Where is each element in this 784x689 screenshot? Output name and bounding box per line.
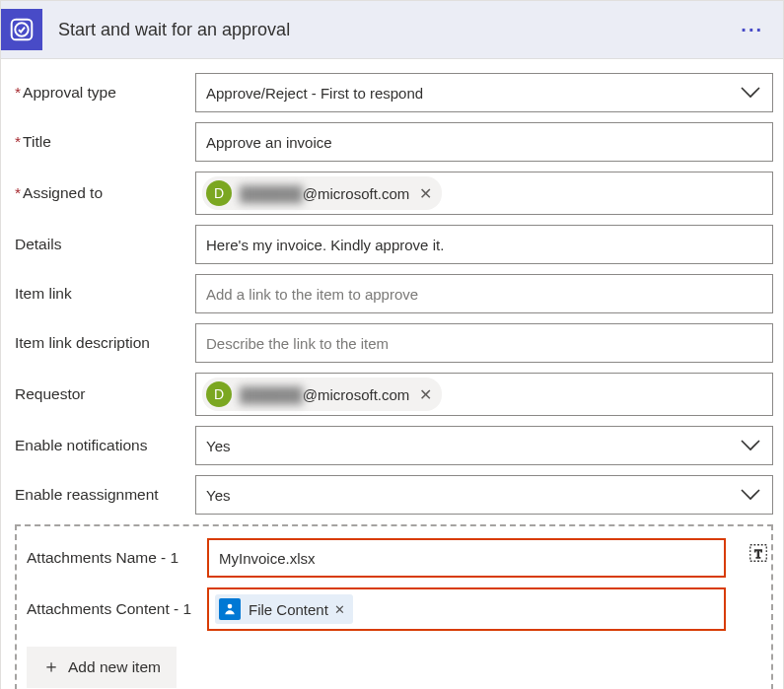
card-header[interactable]: Start and wait for an approval ··· bbox=[1, 1, 783, 59]
attachment-content-input[interactable]: File Content ✕ bbox=[207, 587, 726, 631]
card-body: Approval type Approve/Reject - First to … bbox=[1, 59, 783, 689]
card-menu-button[interactable]: ··· bbox=[741, 19, 769, 41]
label-attach-content: Attachments Content - 1 bbox=[27, 599, 207, 618]
item-link-desc-input[interactable]: Describe the link to the item bbox=[195, 323, 773, 363]
label-item-link: Item link bbox=[15, 284, 195, 303]
file-content-label: File Content bbox=[249, 601, 328, 618]
approval-icon bbox=[1, 9, 42, 50]
details-value: Here's my invoice. Kindly approve it. bbox=[206, 237, 444, 253]
label-title: Title bbox=[15, 132, 195, 151]
label-details: Details bbox=[15, 235, 195, 253]
avatar: D bbox=[206, 180, 232, 206]
label-item-link-desc: Item link description bbox=[15, 333, 195, 352]
requestor-name-redacted: ██████ bbox=[240, 386, 303, 403]
chevron-down-icon bbox=[741, 440, 760, 451]
approval-type-select[interactable]: Approve/Reject - First to respond bbox=[195, 73, 773, 112]
requestor-input[interactable]: D ██████ @microsoft.com ✕ bbox=[195, 373, 773, 416]
close-icon[interactable]: ✕ bbox=[419, 184, 432, 203]
chevron-down-icon bbox=[741, 87, 760, 99]
label-enable-reassignment: Enable reassignment bbox=[15, 485, 195, 504]
requestor-chip[interactable]: D ██████ @microsoft.com ✕ bbox=[202, 378, 442, 411]
details-input[interactable]: Here's my invoice. Kindly approve it. bbox=[195, 225, 773, 264]
label-enable-notifications: Enable notifications bbox=[15, 436, 195, 454]
enable-notifications-value: Yes bbox=[206, 438, 230, 454]
approval-action-card: Start and wait for an approval ··· Appro… bbox=[0, 0, 784, 689]
chevron-down-icon bbox=[741, 489, 760, 501]
add-new-item-button[interactable]: ＋ Add new item bbox=[27, 647, 177, 688]
assigned-to-chip[interactable]: D ██████ @microsoft.com ✕ bbox=[202, 176, 442, 210]
svg-point-4 bbox=[228, 604, 233, 609]
attachments-group: T Attachments Name - 1 MyInvoice.xlsx At… bbox=[15, 524, 773, 689]
requestor-domain: @microsoft.com bbox=[303, 386, 410, 403]
enable-reassignment-value: Yes bbox=[206, 487, 230, 504]
label-attach-name: Attachments Name - 1 bbox=[27, 548, 207, 567]
label-approval-type: Approval type bbox=[15, 83, 195, 102]
plus-icon: ＋ bbox=[42, 655, 60, 678]
attachment-name-value: MyInvoice.xlsx bbox=[219, 550, 316, 567]
svg-text:T: T bbox=[754, 547, 762, 561]
label-requestor: Requestor bbox=[15, 384, 195, 403]
dynamic-content-button[interactable]: T bbox=[746, 540, 771, 566]
card-title: Start and wait for an approval bbox=[58, 20, 741, 40]
assigned-to-name-redacted: ██████ bbox=[240, 185, 303, 202]
file-content-icon bbox=[219, 598, 241, 620]
item-link-placeholder: Add a link to the item to approve bbox=[206, 286, 418, 303]
close-icon[interactable]: ✕ bbox=[334, 602, 345, 617]
close-icon[interactable]: ✕ bbox=[419, 385, 432, 404]
item-link-desc-placeholder: Describe the link to the item bbox=[206, 335, 389, 352]
enable-reassignment-select[interactable]: Yes bbox=[195, 475, 773, 515]
approval-type-value: Approve/Reject - First to respond bbox=[206, 85, 423, 102]
file-content-token[interactable]: File Content ✕ bbox=[215, 594, 353, 624]
avatar: D bbox=[206, 381, 232, 407]
label-assigned-to: Assigned to bbox=[15, 183, 195, 202]
enable-notifications-select[interactable]: Yes bbox=[195, 426, 773, 465]
title-input[interactable]: Approve an invoice bbox=[195, 122, 773, 162]
add-new-item-label: Add new item bbox=[68, 658, 161, 676]
title-value: Approve an invoice bbox=[206, 134, 332, 151]
attachment-name-input[interactable]: MyInvoice.xlsx bbox=[207, 538, 726, 578]
item-link-input[interactable]: Add a link to the item to approve bbox=[195, 274, 773, 313]
assigned-to-input[interactable]: D ██████ @microsoft.com ✕ bbox=[195, 172, 773, 215]
assigned-to-domain: @microsoft.com bbox=[303, 185, 410, 202]
